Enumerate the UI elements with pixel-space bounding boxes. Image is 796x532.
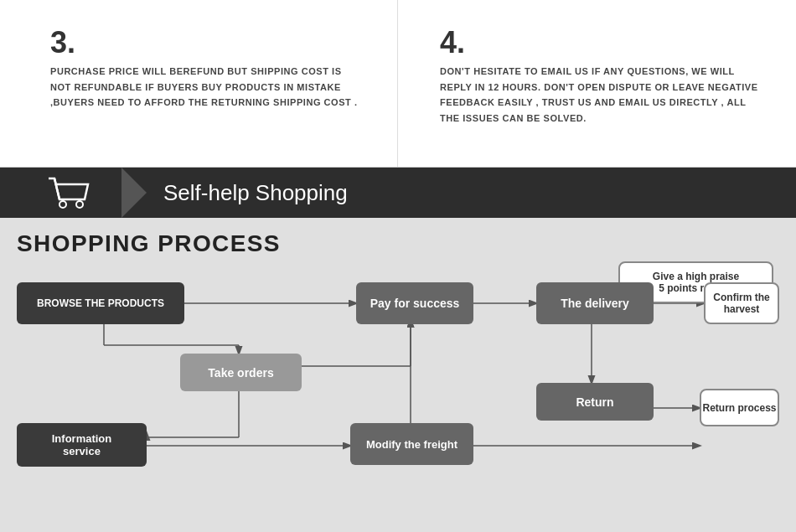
banner: Self-help Shopping (0, 168, 796, 218)
process-title: SHOPPING PROCESS (17, 230, 779, 257)
banner-title: Self-help Shopping (163, 180, 348, 206)
step3-number: 3. (50, 25, 75, 60)
box-take-orders: Take orders (180, 354, 302, 391)
process-section: SHOPPING PROCESS (0, 218, 796, 532)
box-info-service: Informationservice (17, 423, 147, 467)
box-delivery: The delivery (536, 282, 654, 324)
banner-arrow (121, 168, 147, 218)
box-modify-freight: Modify the freight (350, 423, 473, 465)
box-return-process: Return process (700, 389, 779, 426)
svg-line-0 (54, 178, 59, 199)
cart-icon-wrap (17, 168, 117, 218)
step4-number: 4. (440, 25, 465, 60)
box-pay-success: Pay for success (356, 282, 473, 324)
flow-container: Give a high praise5 points reward BROWSE… (17, 270, 779, 529)
top-section: 3. PURCHASE PRICE WILL BEREFUND BUT SHIP… (0, 0, 796, 168)
cart-icon (44, 174, 90, 212)
box-return: Return (536, 383, 654, 421)
box-browse: BROWSE THE PRODUCTS (17, 282, 184, 324)
step4-section: 4. DON'T HESITATE TO EMAIL US IF ANY QUE… (398, 0, 796, 167)
step3-section: 3. PURCHASE PRICE WILL BEREFUND BUT SHIP… (0, 0, 398, 167)
box-confirm-harvest: Confirm the harvest (704, 282, 779, 324)
svg-point-2 (76, 201, 83, 208)
svg-point-1 (59, 201, 66, 208)
step3-text: PURCHASE PRICE WILL BEREFUND BUT SHIPPIN… (50, 64, 364, 111)
step4-text: DON'T HESITATE TO EMAIL US IF ANY QUESTI… (440, 64, 762, 127)
